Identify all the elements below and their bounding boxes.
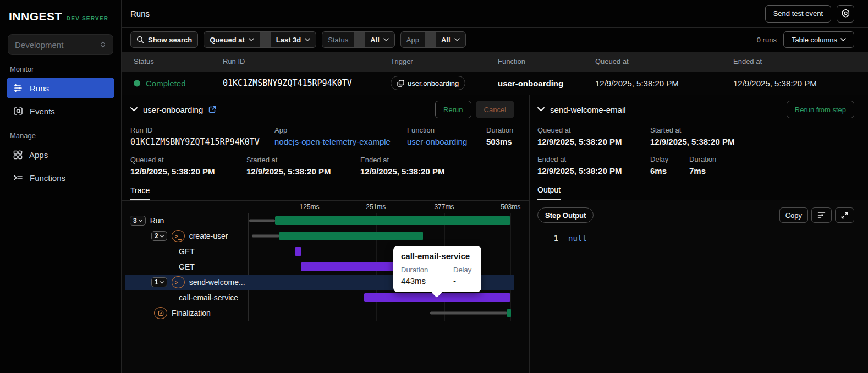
environment-select[interactable]: Development (8, 34, 113, 55)
trace-waterfall: 125ms 251ms 377ms 503ms (125, 201, 514, 321)
status-badge: Completed (146, 79, 186, 88)
column-header-run-id: Run ID (223, 57, 245, 65)
expand-icon (841, 212, 848, 219)
apps-icon (13, 150, 23, 160)
logo: INNGEST DEV SERVER (7, 0, 114, 31)
collapse-chevron-icon[interactable] (537, 107, 545, 112)
rerun-from-step-button[interactable]: Rerun from step (787, 101, 854, 118)
time-range-dropdown[interactable]: Last 3d (271, 32, 316, 47)
chevron-down-icon (160, 281, 164, 284)
table-header: Status Run ID Trigger Function Queued at… (122, 52, 868, 72)
monitor-section-label: Monitor (10, 65, 111, 73)
tab-trace[interactable]: Trace (130, 186, 150, 200)
app-filter-dropdown[interactable]: All (436, 32, 465, 47)
external-link-icon[interactable] (208, 106, 216, 113)
step-output-chip[interactable]: Step Output (537, 207, 594, 223)
app-filter-label: App (401, 32, 425, 47)
tooltip-delay: - (453, 276, 471, 286)
run-title: user-onboarding (143, 105, 203, 114)
function-link[interactable]: user-onboarding (407, 137, 486, 146)
send-test-event-button[interactable]: Send test event (765, 5, 831, 23)
divider (354, 32, 365, 47)
axis-tick: 377ms (434, 203, 454, 211)
column-header-function: Function (498, 57, 525, 65)
function-field: Function user-onboarding (407, 126, 486, 147)
runs-count: 0 runs (757, 36, 777, 44)
run-id-field: Run ID 01KC1ZMSBNY9ZQT415RP94K0TV (130, 126, 274, 147)
app-filter-group: App All (400, 31, 466, 48)
logo-text: INNGEST (9, 10, 62, 23)
started-at-field: Started at 12/9/2025, 5:38:20 PM (246, 156, 360, 176)
sidebar-item-apps[interactable]: Apps (7, 144, 114, 165)
tooltip-title: call-email-service (401, 251, 474, 261)
run-detail-panel: user-onboarding Rerun Cancel Run ID 01KC… (122, 95, 530, 373)
chevron-up-down-icon (100, 41, 106, 48)
sidebar-item-label: Functions (30, 173, 65, 183)
divider (260, 32, 271, 47)
step-duration-field: Duration 7ms (689, 155, 716, 175)
chevron-down-icon (139, 220, 142, 222)
chevron-down-icon (383, 38, 389, 41)
main-area: Runs Send test event (122, 0, 868, 373)
gear-icon (841, 9, 850, 18)
functions-icon (13, 174, 23, 182)
settings-button[interactable] (837, 5, 854, 23)
trace-time-axis: 125ms 251ms 377ms 503ms (248, 201, 514, 213)
output-value: null (558, 234, 587, 243)
trace-row-call-email-service[interactable]: call-email-service (125, 290, 514, 305)
ended-at-field: Ended at 12/9/2025, 5:38:20 PM (360, 156, 444, 176)
trace-row-run[interactable]: 3 Run (125, 213, 514, 228)
column-header-status: Status (134, 57, 154, 65)
axis-tick: 251ms (366, 203, 386, 211)
child-count-toggle[interactable]: 1 (151, 277, 167, 287)
step-title: send-welcome-email (550, 105, 626, 114)
rerun-button[interactable]: Rerun (435, 101, 471, 118)
column-header-trigger: Trigger (391, 57, 413, 65)
sidebar-item-label: Events (30, 107, 55, 116)
status-cell: Completed (134, 79, 186, 88)
status-filter-label: Status (322, 32, 354, 47)
step-detail-panel: send-welcome-email Rerun from step Queue… (530, 95, 868, 373)
cancel-button[interactable]: Cancel (476, 101, 514, 118)
time-field-dropdown[interactable]: Queued at (204, 32, 260, 47)
run-details-area: user-onboarding Rerun Cancel Run ID 01KC… (122, 95, 868, 373)
trace-row-create-user[interactable]: 2 >_ create-user (125, 228, 514, 244)
function-cell: user-onboarding (498, 79, 563, 88)
sidebar-item-runs[interactable]: Runs (7, 78, 114, 98)
trigger-badge[interactable]: user.onboarding (391, 76, 465, 90)
step-icon: >_ (172, 276, 185, 288)
step-queued-at-field: Queued at 12/9/2025, 5:38:20 PM (537, 126, 650, 146)
trace-row-finalization[interactable]: Finalization (125, 305, 514, 321)
environment-select-value: Development (15, 40, 63, 50)
queued-at-cell: 12/9/2025, 5:38:20 PM (595, 79, 679, 88)
duration-field: Duration 503ms (486, 126, 513, 147)
sidebar-item-label: Apps (29, 150, 48, 160)
collapse-chevron-icon[interactable] (130, 107, 138, 112)
show-search-button[interactable]: Show search (130, 31, 198, 48)
child-count-toggle[interactable]: 3 (130, 216, 146, 226)
child-count-toggle[interactable]: 2 (151, 231, 167, 241)
line-number: 1 (530, 234, 558, 243)
sidebar-item-label: Runs (30, 84, 49, 93)
tab-output[interactable]: Output (537, 185, 561, 200)
app-link[interactable]: nodejs-open-telemetry-example (274, 137, 407, 146)
trace-tooltip: call-email-service Duration 443ms Delay … (393, 246, 481, 292)
dev-server-badge: DEV SERVER (67, 15, 108, 21)
step-delay-field: Delay 6ms (650, 155, 689, 175)
sidebar-item-events[interactable]: Events (7, 101, 114, 122)
event-icon (397, 80, 404, 87)
table-row[interactable]: Completed 01KC1ZMSBNY9ZQT415RP94K0TV use… (122, 72, 868, 95)
trace-panel: 125ms 251ms 377ms 503ms (122, 201, 529, 373)
manage-section-label: Manage (10, 131, 111, 140)
queued-at-field: Queued at 12/9/2025, 5:38:20 PM (130, 156, 246, 176)
chevron-down-icon (160, 235, 164, 238)
status-dot-icon (134, 80, 140, 86)
status-filter-group: Status All (322, 31, 394, 48)
sidebar-item-functions[interactable]: Functions (7, 167, 114, 188)
table-columns-button[interactable]: Table columns (783, 31, 854, 48)
expand-button[interactable] (835, 207, 854, 223)
copy-button[interactable]: Copy (779, 207, 808, 223)
word-wrap-button[interactable] (811, 207, 832, 223)
ended-at-cell: 12/9/2025, 5:38:20 PM (733, 79, 817, 88)
status-filter-dropdown[interactable]: All (365, 32, 394, 47)
